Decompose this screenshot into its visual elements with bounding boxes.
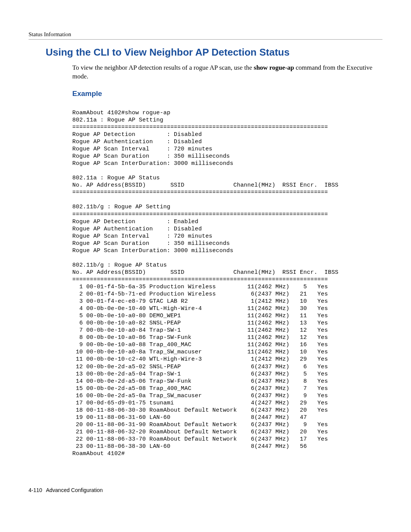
intro-command: show rogue-ap: [254, 64, 294, 71]
page-label: Advanced Configuration: [46, 487, 103, 493]
page-number: 4-110: [29, 487, 42, 493]
example-heading: Example: [72, 89, 382, 98]
intro-text-pre: To view the neighbor AP detection result…: [72, 64, 254, 71]
running-head: Status Information: [29, 31, 382, 40]
cli-output: RoamAbout 4102#show rogue-ap 802.11a : R…: [72, 109, 382, 457]
page-footer: 4-110 Advanced Configuration: [29, 487, 382, 493]
section-title: Using the CLI to View Neighbor AP Detect…: [46, 46, 382, 58]
intro-paragraph: To view the neighbor AP detection result…: [72, 64, 382, 81]
